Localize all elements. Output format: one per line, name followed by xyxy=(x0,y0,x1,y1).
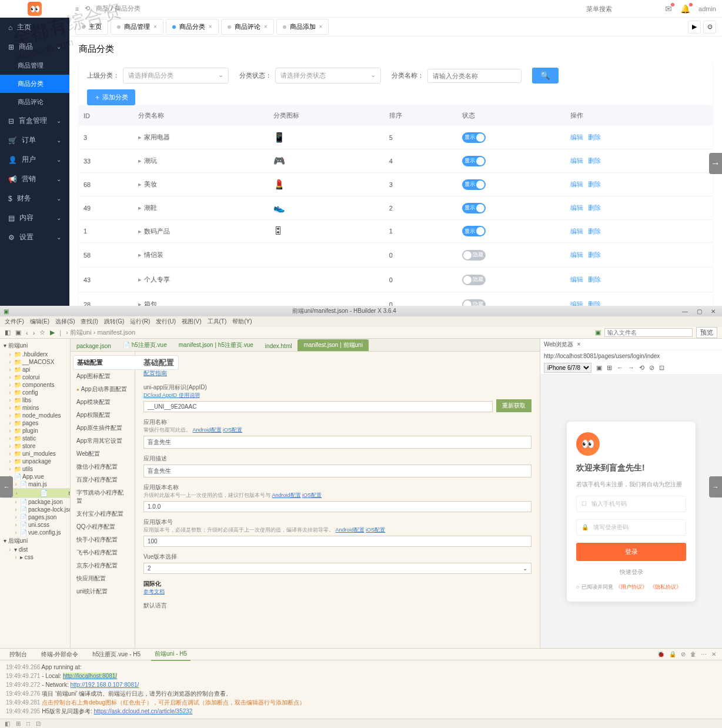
manifest-section[interactable]: App模块配置 xyxy=(73,396,132,409)
footer-icon[interactable]: ⊞ xyxy=(16,720,21,727)
delete-link[interactable]: 删除 xyxy=(588,157,601,164)
status-switch[interactable]: 隐藏 xyxy=(462,275,486,285)
back-icon[interactable]: ← xyxy=(617,364,623,372)
login-button[interactable]: 登录 xyxy=(576,543,686,561)
back-icon[interactable]: ‹ xyxy=(26,329,28,336)
edit-link[interactable]: 编辑 xyxy=(570,300,583,306)
menu-item[interactable]: 帮助(Y) xyxy=(232,318,252,326)
bookmark-icon[interactable]: ☆ xyxy=(39,329,45,336)
console-tab[interactable]: 控制台 xyxy=(6,649,31,660)
tree-item[interactable]: ›📁pages xyxy=(1,419,69,427)
filter-name-input[interactable] xyxy=(427,69,522,83)
maximize-icon[interactable]: ▢ xyxy=(694,308,704,315)
tree-item[interactable]: ›📁libs xyxy=(1,396,69,404)
expand-icon[interactable]: ▸ xyxy=(138,276,142,283)
page-tab[interactable]: 商品分类× xyxy=(166,19,219,35)
edit-link[interactable]: 编辑 xyxy=(570,133,583,141)
delete-link[interactable]: 删除 xyxy=(588,251,601,258)
menu-item[interactable]: 选择(S) xyxy=(55,318,75,326)
expand-icon[interactable]: ▸ xyxy=(138,300,142,306)
search-button[interactable]: 🔍 xyxy=(532,68,559,84)
sidebar-item-3[interactable]: 🛒订单⌄ xyxy=(0,131,69,150)
add-category-button[interactable]: ＋ 添加分类 xyxy=(87,89,135,105)
user-agreement-link[interactable]: 《用户协议》 xyxy=(616,583,647,591)
menu-item[interactable]: 文件(F) xyxy=(5,318,24,326)
reget-button[interactable]: 重新获取 xyxy=(496,399,532,412)
sidebar-item-2[interactable]: ⊟盲盒管理⌄ xyxy=(0,111,69,131)
close-icon[interactable]: × xyxy=(319,24,323,30)
sidebar-subitem[interactable]: 商品管理 xyxy=(0,56,69,75)
page-tab[interactable]: 主页 xyxy=(75,19,108,35)
menu-item[interactable]: 运行(R) xyxy=(130,318,150,326)
expand-icon[interactable]: ▸ xyxy=(138,228,142,235)
tree-item[interactable]: ›📁config xyxy=(1,389,69,396)
privacy-agreement-link[interactable]: 《隐私协议》 xyxy=(650,583,681,591)
tree-item[interactable]: ▾ 前端uni xyxy=(1,341,69,350)
vue-select[interactable]: 2⌄ xyxy=(143,563,532,574)
status-switch[interactable]: 隐藏 xyxy=(462,250,486,261)
log-url-link[interactable]: https://ask.dcloud.net.cn/article/35232 xyxy=(94,708,193,714)
tree-item[interactable]: ›📄uni.scss xyxy=(1,521,69,529)
menu-item[interactable]: 工具(T) xyxy=(208,318,227,326)
tree-item[interactable]: ›📁api xyxy=(1,366,69,373)
run-icon[interactable]: ▶ xyxy=(50,329,55,336)
status-switch[interactable]: 显示 xyxy=(462,156,486,166)
expand-icon[interactable]: ▸ xyxy=(138,133,142,141)
delete-link[interactable]: 删除 xyxy=(588,276,601,283)
drawer-handle-right[interactable]: → xyxy=(709,153,722,174)
console-tab[interactable]: h5注册页.vue - H5 xyxy=(89,649,144,660)
tree-item[interactable]: ›📁mixins xyxy=(1,404,69,412)
tree-item[interactable]: ›📁store xyxy=(1,442,69,450)
manifest-section[interactable]: 支付宝小程序配置 xyxy=(73,507,132,520)
manifest-section[interactable]: 百度小程序配置 xyxy=(73,473,132,486)
sidebar-item-8[interactable]: ⚙设置⌄ xyxy=(0,228,69,247)
manifest-section[interactable]: App常用其它设置 xyxy=(73,435,132,448)
close-icon[interactable]: ✕ xyxy=(708,308,718,315)
trash-icon[interactable]: 🗑 xyxy=(690,651,696,657)
delete-link[interactable]: 删除 xyxy=(588,228,601,235)
sidebar-subitem[interactable]: 商品评论 xyxy=(0,93,69,111)
close-icon[interactable]: × xyxy=(209,24,212,30)
manifest-section[interactable]: 微信小程序配置 xyxy=(73,460,132,473)
expand-icon[interactable]: ▸ xyxy=(138,157,142,164)
password-input[interactable]: 🔒填写登录密码 xyxy=(576,519,686,536)
drawer-handle-right[interactable]: → xyxy=(709,476,722,497)
console-tab[interactable]: 终端-外部命令 xyxy=(38,649,82,660)
filter-parent-select[interactable]: 请选择商品分类⌄ xyxy=(123,68,229,84)
footer-icon[interactable]: ⊡ xyxy=(36,720,41,727)
delete-link[interactable]: 删除 xyxy=(588,181,601,188)
manifest-section[interactable]: App图标配置 xyxy=(73,370,132,383)
page-tab[interactable]: 商品添加× xyxy=(276,19,329,35)
stop-icon[interactable]: ⊘ xyxy=(649,364,654,372)
menu-item[interactable]: 查找(I) xyxy=(81,318,98,326)
ios-config-link[interactable]: iOS配置 xyxy=(223,427,242,433)
preview-button[interactable]: 预览 xyxy=(696,327,717,338)
manifest-section[interactable]: QQ小程序配置 xyxy=(73,520,132,533)
tree-item[interactable]: ›▸ css xyxy=(1,553,69,561)
terminal-icon[interactable]: ▣ xyxy=(15,329,21,336)
dock-icon[interactable]: ▣ xyxy=(596,364,602,372)
editor-tab[interactable]: manifest.json | h5注册页.vue xyxy=(173,339,259,351)
edit-link[interactable]: 编辑 xyxy=(570,251,583,258)
sidebar-item-4[interactable]: 👤用户⌄ xyxy=(0,150,69,169)
tree-item[interactable]: ›📄package.json xyxy=(1,498,69,506)
editor-tab[interactable]: index.html xyxy=(259,341,298,351)
edit-link[interactable]: 编辑 xyxy=(570,276,583,283)
delete-link[interactable]: 删除 xyxy=(588,204,601,211)
page-tab[interactable]: 商品评论× xyxy=(221,19,274,35)
clear-icon[interactable]: ⊘ xyxy=(681,651,686,657)
console-tab[interactable]: 前端uni - H5 xyxy=(151,648,190,661)
manifest-section[interactable]: App权限配置 xyxy=(73,409,132,422)
editor-tab[interactable]: 📄 h5注册页.vue xyxy=(117,339,173,351)
tree-item[interactable]: ›📄vue.config.js xyxy=(1,529,69,536)
delete-link[interactable]: 删除 xyxy=(588,300,601,306)
editor-tab[interactable]: package.json xyxy=(71,341,117,351)
forward-icon[interactable]: → xyxy=(628,364,634,372)
manifest-section[interactable]: 快手小程序配置 xyxy=(73,533,132,546)
sidebar-item-7[interactable]: ▤内容⌄ xyxy=(0,208,69,228)
tree-item[interactable]: ›📁colorui xyxy=(1,373,69,381)
lock-icon[interactable]: 🔒 xyxy=(669,651,676,657)
tree-item[interactable]: ›📁unpackage xyxy=(1,457,69,465)
manifest-section[interactable]: 字节跳动小程序配置 xyxy=(73,486,132,507)
more-icon[interactable]: ⋯ xyxy=(701,651,707,657)
